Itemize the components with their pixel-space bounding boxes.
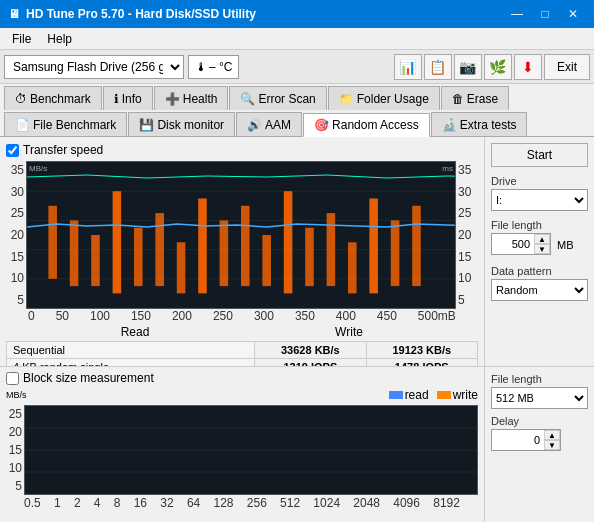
tab-extra-tests[interactable]: 🔬 Extra tests — [431, 112, 528, 136]
drive-dropdown[interactable]: I: — [491, 189, 588, 211]
file-benchmark-icon: 📄 — [15, 118, 30, 132]
window-title: HD Tune Pro 5.70 - Hard Disk/SSD Utility — [26, 7, 256, 21]
data-pattern-section: Data pattern Random Sequential 0x00 0xFF — [491, 265, 588, 301]
main-chart: MB/s ms — [26, 161, 456, 309]
toolbar: Samsung Flash Drive (256 gB) 🌡 – °C 📊 📋 … — [0, 50, 594, 84]
file-length-up[interactable]: ▲ — [534, 234, 550, 244]
aam-icon: 🔊 — [247, 118, 262, 132]
toolbar-icon-2[interactable]: 📋 — [424, 54, 452, 80]
svg-rect-15 — [284, 191, 293, 293]
tab-extra-tests-label: Extra tests — [460, 118, 517, 132]
benchmark-icon: ⏱ — [15, 92, 27, 106]
bottom-chart-svg — [25, 406, 477, 494]
toolbar-icon-1[interactable]: 📊 — [394, 54, 422, 80]
tab-error-scan[interactable]: 🔍 Error Scan — [229, 86, 326, 110]
table-row: Sequential 33628 KB/s 19123 KB/s — [7, 342, 478, 359]
data-pattern-dropdown[interactable]: Random Sequential 0x00 0xFF — [491, 279, 588, 301]
drive-label: Drive — [491, 175, 588, 187]
svg-rect-4 — [48, 206, 57, 279]
legend-write: write — [437, 388, 478, 402]
extra-tests-icon: 🔬 — [442, 118, 457, 132]
error-scan-icon: 🔍 — [240, 92, 255, 106]
tab-folder-usage[interactable]: 📁 Folder Usage — [328, 86, 440, 110]
tabs-row1: ⏱ Benchmark ℹ Info ➕ Health 🔍 Error Scan… — [0, 84, 594, 137]
menu-file[interactable]: File — [4, 30, 39, 48]
svg-rect-17 — [327, 213, 336, 286]
block-size-checkbox[interactable] — [6, 372, 19, 385]
file-length-down[interactable]: ▼ — [534, 244, 550, 254]
svg-rect-21 — [412, 206, 421, 286]
block-size-header: Block size measurement — [6, 371, 478, 385]
tab-info-label: Info — [122, 92, 142, 106]
delay-spinner[interactable]: 0 ▲ ▼ — [491, 429, 561, 451]
tab-info[interactable]: ℹ Info — [103, 86, 153, 110]
file-length-spinner[interactable]: 500 ▲ ▼ — [491, 233, 551, 255]
bottom-file-length-select[interactable]: 512 MB 256 MB 1024 MB — [491, 387, 588, 409]
svg-rect-20 — [391, 220, 400, 286]
toolbar-icon-4[interactable]: 🌿 — [484, 54, 512, 80]
svg-rect-13 — [241, 206, 250, 286]
file-length-value[interactable]: 500 — [492, 234, 532, 254]
random-access-icon: 🎯 — [314, 118, 329, 132]
stat-label-sequential: Sequential — [7, 342, 255, 359]
svg-rect-14 — [262, 235, 271, 286]
tab-benchmark[interactable]: ⏱ Benchmark — [4, 86, 102, 110]
chart-svg — [27, 162, 455, 308]
tab-health[interactable]: ➕ Health — [154, 86, 229, 110]
block-size-label: Block size measurement — [23, 371, 154, 385]
bottom-file-length-section: File length 512 MB 256 MB 1024 MB — [491, 373, 588, 409]
main-content: Transfer speed 35 30 25 20 15 10 5 MB/s … — [0, 137, 484, 366]
write-label: Write — [242, 325, 456, 339]
transfer-speed-checkbox[interactable] — [6, 144, 19, 157]
tab-row-2: 📄 File Benchmark 💾 Disk monitor 🔊 AAM 🎯 … — [0, 110, 594, 136]
bottom-file-length-label: File length — [491, 373, 588, 385]
exit-button[interactable]: Exit — [544, 54, 590, 80]
tab-file-benchmark[interactable]: 📄 File Benchmark — [4, 112, 127, 136]
close-button[interactable]: ✕ — [560, 4, 586, 24]
transfer-speed-section: Transfer speed — [6, 143, 478, 157]
transfer-speed-label: Transfer speed — [23, 143, 103, 157]
right-panel-top: Start Drive I: File length 500 ▲ ▼ MB — [484, 137, 594, 366]
minimize-button[interactable]: — — [504, 4, 530, 24]
legend-read: read — [389, 388, 429, 402]
stat-read-sequential: 33628 KB/s — [255, 342, 366, 359]
tab-disk-monitor-label: Disk monitor — [157, 118, 224, 132]
stats-table: Sequential 33628 KB/s 19123 KB/s 4 KB ra… — [6, 341, 478, 366]
svg-rect-5 — [70, 220, 79, 286]
svg-rect-9 — [155, 213, 164, 286]
delay-value[interactable]: 0 — [492, 430, 542, 450]
write-legend-label: write — [453, 388, 478, 402]
toolbar-icon-3[interactable]: 📷 — [454, 54, 482, 80]
tab-aam[interactable]: 🔊 AAM — [236, 112, 302, 136]
stat-write-random-single: 1478 IOPS — [366, 359, 477, 367]
x-axis-labels: 0 50 100 150 200 250 300 350 400 450 500… — [6, 309, 478, 323]
bottom-chart — [24, 405, 478, 495]
delay-down[interactable]: ▼ — [544, 440, 560, 450]
stat-read-random-single: 1319 IOPS — [255, 359, 366, 367]
y-axis-left: 35 30 25 20 15 10 5 — [6, 161, 26, 309]
drive-select[interactable]: Samsung Flash Drive (256 gB) — [4, 55, 184, 79]
menu-help[interactable]: Help — [39, 30, 80, 48]
read-legend-label: read — [405, 388, 429, 402]
tab-disk-monitor[interactable]: 💾 Disk monitor — [128, 112, 235, 136]
svg-rect-11 — [198, 199, 207, 294]
app-icon: 🖥 — [8, 7, 20, 21]
chart-legend: MB/s read write — [6, 388, 478, 402]
disk-monitor-icon: 💾 — [139, 118, 154, 132]
info-icon: ℹ — [114, 92, 119, 106]
toolbar-icon-5[interactable]: ⬇ — [514, 54, 542, 80]
maximize-button[interactable]: □ — [532, 4, 558, 24]
tab-erase[interactable]: 🗑 Erase — [441, 86, 509, 110]
table-row: 4 KB random single 1319 IOPS 1478 IOPS — [7, 359, 478, 367]
temp-display: 🌡 – °C — [188, 55, 239, 79]
y-axis-right: 35 30 25 20 15 10 5 — [456, 161, 478, 309]
tab-health-label: Health — [183, 92, 218, 106]
title-bar-controls: — □ ✕ — [504, 4, 586, 24]
tab-random-access[interactable]: 🎯 Random Access — [303, 113, 430, 137]
bottom-left: Block size measurement MB/s read write 2… — [0, 367, 484, 522]
tab-erase-label: Erase — [467, 92, 498, 106]
file-length-label: File length — [491, 219, 588, 231]
delay-up[interactable]: ▲ — [544, 430, 560, 440]
start-button[interactable]: Start — [491, 143, 588, 167]
drive-section: Drive I: — [491, 175, 588, 211]
